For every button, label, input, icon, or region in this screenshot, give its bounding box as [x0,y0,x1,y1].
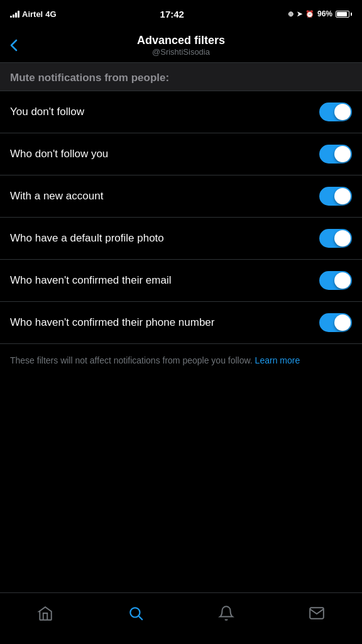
nav-home[interactable] [31,599,59,627]
learn-more-link[interactable]: Learn more [255,355,300,365]
label-dont-follow: You don't follow [10,105,319,119]
toggle-no-phone[interactable] [319,313,352,332]
settings-list: You don't followWho don't follow youWith… [0,91,362,344]
status-right: ⊕ ➤ ⏰ 96% [288,9,352,18]
toggle-knob-no-email [334,272,351,289]
toggle-knob-no-phone [334,314,351,331]
battery-label: 96% [317,9,332,18]
back-button[interactable] [10,39,18,52]
svg-point-0 [130,608,140,617]
toggle-dont-follow-you[interactable] [319,145,352,164]
footer-text: These filters will not affect notificati… [10,355,255,365]
bottom-nav [0,592,362,644]
toggle-default-photo[interactable] [319,229,352,248]
nav-search[interactable] [122,599,150,627]
account-subtitle: @SrishtiSisodia [152,47,210,57]
toggle-knob-dont-follow [334,104,351,120]
status-left: Airtel 4G [10,9,57,19]
time-label: 17:42 [160,9,184,19]
label-no-email: Who haven't confirmed their email [10,274,319,287]
toggle-no-email[interactable] [319,271,352,290]
toggle-knob-default-photo [334,230,351,247]
settings-item-no-phone: Who haven't confirmed their phone number [0,302,362,344]
settings-item-new-account: With a new account [0,175,362,218]
label-new-account: With a new account [10,189,319,203]
nav-header: Advanced filters @SrishtiSisodia [0,28,362,63]
label-no-phone: Who haven't confirmed their phone number [10,316,319,330]
nav-messages[interactable] [303,599,331,627]
toggle-knob-new-account [334,188,351,204]
section-header: Mute notifications from people: [0,63,362,91]
settings-item-dont-follow: You don't follow [0,91,362,133]
footer-note: These filters will not affect notificati… [0,344,362,380]
direction-icon: ➤ [297,10,302,18]
label-dont-follow-you: Who don't follow you [10,147,319,161]
network-type-label: 4G [45,9,56,19]
nav-title-block: Advanced filters @SrishtiSisodia [137,34,225,57]
svg-line-1 [139,616,143,619]
label-default-photo: Who have a default profile photo [10,231,319,245]
settings-item-dont-follow-you: Who don't follow you [0,133,362,175]
alarm-icon: ⏰ [305,10,314,18]
carrier-label: Airtel [22,9,43,19]
page-title: Advanced filters [137,34,225,47]
nav-notifications[interactable] [212,599,240,627]
toggle-dont-follow[interactable] [319,103,352,121]
toggle-knob-dont-follow-you [334,146,351,162]
settings-item-no-email: Who haven't confirmed their email [0,260,362,302]
status-bar: Airtel 4G 17:42 ⊕ ➤ ⏰ 96% [0,0,362,28]
toggle-new-account[interactable] [319,187,352,206]
battery-icon [336,11,352,18]
location-icon: ⊕ [288,10,293,18]
settings-item-default-photo: Who have a default profile photo [0,218,362,260]
signal-icon [10,10,19,18]
